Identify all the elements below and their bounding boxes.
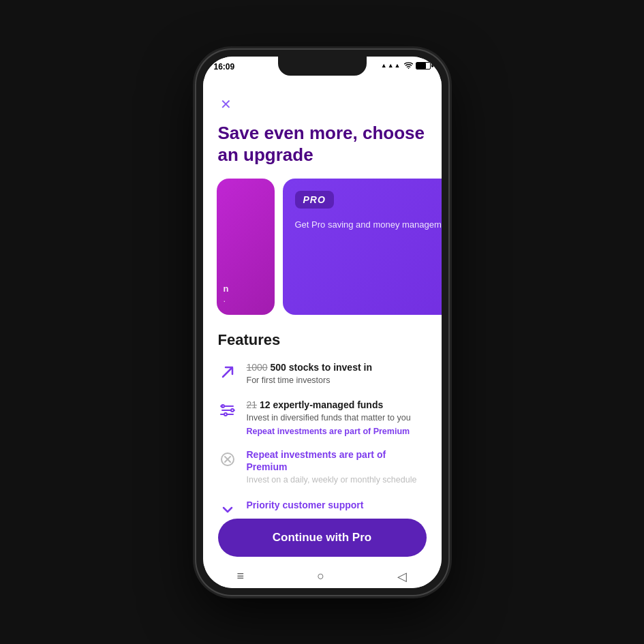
back-icon[interactable]: ◁	[397, 569, 407, 584]
sliders-icon	[218, 400, 237, 419]
close-icon: ✕	[220, 97, 232, 111]
signal-icon: ▲▲▲	[381, 62, 401, 69]
feature-stocks-sub: For first time investors	[247, 375, 372, 387]
hero-title: Save even more, choose an upgrade	[203, 114, 442, 179]
arrow-up-right-icon	[218, 363, 237, 382]
close-btn-area: ✕	[203, 87, 442, 114]
phone-device: 16:09 ▲▲▲ ✕	[196, 50, 448, 595]
home-icon[interactable]: ○	[317, 569, 324, 583]
pro-trial: Free for 30 days, cancel anytime.	[295, 262, 442, 272]
feature-stocks: 1000 500 stocks to invest in For first t…	[218, 361, 427, 387]
feature-repeat-text: Repeat investments are part of Premium I…	[247, 448, 427, 487]
svg-point-0	[408, 68, 409, 69]
nav-bar: ≡ ○ ◁	[203, 565, 442, 588]
feature-priority-text: Priority customer support	[247, 499, 364, 511]
feature-priority-support: Priority customer support	[218, 499, 427, 513]
feature-stocks-text: 1000 500 stocks to invest in For first t…	[247, 361, 372, 387]
pro-badge: PRO	[295, 191, 334, 209]
feature-funds-sub: Invest in diversified funds that matter …	[247, 412, 411, 425]
continue-with-pro-button[interactable]: Continue with Pro	[218, 519, 427, 557]
menu-icon[interactable]: ≡	[237, 569, 245, 583]
feature-repeat-sub: Invest on a daily, weekly or monthly sch…	[247, 474, 427, 487]
feature-funds-premium-note: Repeat investments are part of Premium	[247, 427, 411, 436]
chevron-down-icon	[218, 500, 237, 513]
pro-price-row: £1.99 / month	[295, 242, 442, 260]
feature-repeat-main: Repeat investments are part of Premium	[247, 448, 427, 473]
notch	[278, 57, 367, 76]
pro-description: Get Pro saving and money management feat…	[295, 218, 442, 232]
status-icons: ▲▲▲	[381, 62, 431, 70]
feature-priority-main: Priority customer support	[247, 499, 364, 511]
feature-funds-strikethrough: 21	[247, 399, 258, 410]
feature-stocks-value: 500 stocks to invest in	[268, 362, 372, 373]
cta-area: Continue with Pro	[203, 513, 442, 565]
scroll-area[interactable]: ✕ Save even more, choose an upgrade n .	[203, 87, 442, 513]
plans-carousel[interactable]: n . PRO Get Pro saving and money managem…	[203, 179, 442, 315]
wifi-icon	[404, 62, 413, 69]
phone-screen: 16:09 ▲▲▲ ✕	[203, 57, 442, 588]
feature-funds-text: 21 12 expertly-managed funds Invest in d…	[247, 399, 411, 436]
battery-icon	[416, 62, 431, 70]
features-section: Features 1000 500 stocks to invest in	[203, 315, 442, 513]
x-circle-icon	[218, 450, 237, 469]
app-content: ✕ Save even more, choose an upgrade n .	[203, 87, 442, 588]
feature-funds: 21 12 expertly-managed funds Invest in d…	[218, 399, 427, 436]
status-time: 16:09	[214, 62, 235, 72]
status-bar: 16:09 ▲▲▲	[203, 57, 442, 87]
feature-funds-value: 12 expertly-managed funds	[257, 399, 383, 410]
premium-partial-label: n	[224, 283, 268, 294]
feature-stocks-strikethrough: 1000	[247, 362, 268, 373]
feature-repeat-investments: Repeat investments are part of Premium I…	[218, 448, 427, 487]
features-title: Features	[218, 331, 427, 349]
close-button[interactable]: ✕	[217, 95, 236, 114]
premium-dot: .	[224, 294, 268, 304]
pro-plan-card[interactable]: PRO Get Pro saving and money management …	[283, 179, 442, 315]
pro-badge-text: PRO	[303, 194, 326, 205]
battery-fill	[416, 63, 426, 69]
premium-plan-card[interactable]: n .	[217, 179, 275, 315]
feature-stocks-main: 1000 500 stocks to invest in	[247, 361, 372, 373]
feature-funds-main: 21 12 expertly-managed funds	[247, 399, 411, 411]
